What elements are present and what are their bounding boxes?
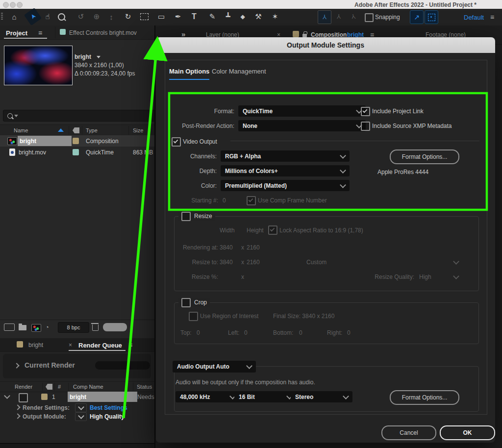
column-type[interactable]: Type bbox=[86, 128, 98, 133]
new-composition-icon[interactable] bbox=[31, 324, 41, 332]
snap-arrow-icon[interactable]: ↗ bbox=[410, 10, 424, 24]
include-project-link-checkbox[interactable] bbox=[361, 107, 370, 116]
rq-menu-icon[interactable]: ≡ bbox=[128, 342, 132, 348]
brush-tool-icon[interactable]: ✎ bbox=[206, 10, 219, 23]
expand-row-icon[interactable] bbox=[4, 393, 10, 399]
output-module-value[interactable]: High Quality bbox=[90, 414, 125, 420]
delete-icon[interactable] bbox=[92, 324, 99, 331]
resize-height[interactable]: 2160 bbox=[247, 259, 260, 265]
pen-tool-icon[interactable]: ✒ bbox=[172, 10, 184, 23]
project-search-input[interactable] bbox=[3, 110, 155, 122]
ok-button[interactable]: OK bbox=[440, 425, 495, 440]
video-format-options-button[interactable]: Format Options... bbox=[390, 149, 459, 164]
crop-top-value[interactable]: 0 bbox=[197, 330, 200, 336]
render-settings-value[interactable]: Best Settings bbox=[90, 405, 127, 411]
sort-ascending-icon[interactable] bbox=[58, 128, 64, 132]
audio-channels-dropdown[interactable]: Stereo bbox=[291, 391, 352, 402]
camera-tool-icon[interactable] bbox=[138, 10, 151, 23]
row-label-swatch[interactable] bbox=[73, 149, 79, 155]
rotation-tool-icon[interactable]: ↻ bbox=[122, 10, 134, 23]
row-name[interactable]: bright.mov bbox=[19, 149, 46, 155]
tab-render-queue[interactable]: Render Queue bbox=[78, 342, 122, 348]
view-axis-mode-icon[interactable]: Y bbox=[346, 10, 361, 23]
type-tool-icon[interactable]: T bbox=[188, 10, 201, 23]
color-depth-button[interactable]: 8 bpc bbox=[58, 322, 89, 333]
puppet-pin-tool-icon[interactable]: ✶ bbox=[269, 10, 281, 23]
crop-checkbox[interactable] bbox=[181, 298, 191, 307]
color-dropdown[interactable]: Premultiplied (Matted) bbox=[221, 180, 350, 191]
column-render[interactable]: Render bbox=[15, 384, 32, 390]
audio-format-options-button[interactable]: Format Options... bbox=[390, 390, 459, 405]
resize-quality-value[interactable]: High bbox=[419, 274, 431, 280]
tab-effect-controls[interactable]: Effect Controls bright.mov bbox=[69, 30, 137, 36]
chevron-right-icon[interactable] bbox=[14, 363, 19, 368]
composition-thumbnail[interactable] bbox=[4, 46, 73, 85]
post-render-action-dropdown[interactable]: None bbox=[238, 120, 366, 131]
interpret-footage-icon[interactable] bbox=[4, 324, 15, 331]
item-dropdown-icon[interactable] bbox=[97, 56, 100, 58]
audio-output-dropdown[interactable]: Audio Output Auto bbox=[173, 361, 256, 373]
toolbar-grip[interactable] bbox=[1, 13, 3, 21]
format-dropdown[interactable]: QuickTime bbox=[238, 105, 366, 117]
toggle-fx-icon[interactable]: ◔ bbox=[45, 324, 49, 331]
zoom-tool-icon[interactable] bbox=[55, 10, 68, 23]
tab-bright-close-icon[interactable]: × bbox=[69, 342, 72, 348]
render-settings-dropdown[interactable] bbox=[75, 403, 87, 412]
capture-region-icon[interactable] bbox=[425, 10, 438, 24]
home-icon[interactable]: ⌂ bbox=[8, 10, 21, 23]
label-column-icon[interactable] bbox=[46, 384, 52, 390]
row-label-swatch[interactable] bbox=[73, 138, 79, 144]
channels-dropdown[interactable]: RGB + Alpha bbox=[221, 150, 350, 162]
row-comp-name[interactable]: bright bbox=[68, 392, 137, 402]
snapping-checkbox[interactable] bbox=[365, 13, 374, 22]
selected-item-name[interactable]: bright bbox=[75, 54, 91, 60]
tab-bright[interactable]: bright bbox=[28, 342, 43, 348]
column-size[interactable]: Size bbox=[133, 128, 143, 133]
starting-number-value[interactable]: 0 bbox=[223, 198, 226, 203]
column-status[interactable]: Status bbox=[137, 384, 152, 390]
pan-tool-icon[interactable]: ⊕ bbox=[90, 10, 103, 23]
selection-tool-icon[interactable]: ➤ bbox=[24, 8, 42, 25]
roto-brush-tool-icon[interactable]: ⚒ bbox=[252, 10, 265, 23]
render-queue-row[interactable]: 1 bright Needs O bbox=[0, 391, 154, 402]
crop-bottom-value[interactable]: 0 bbox=[299, 330, 302, 336]
world-axis-mode-icon[interactable]: Y bbox=[332, 10, 345, 23]
cancel-button[interactable]: Cancel bbox=[381, 425, 436, 440]
window-zoom-button[interactable] bbox=[17, 2, 23, 8]
resize-preset-value[interactable]: Custom bbox=[306, 259, 326, 265]
resize-checkbox[interactable] bbox=[181, 212, 191, 221]
column-comp-name[interactable]: Comp Name bbox=[73, 384, 103, 390]
slider-thumb[interactable] bbox=[103, 323, 127, 331]
tab-project[interactable]: Project bbox=[6, 30, 27, 36]
project-panel-menu-icon[interactable]: ≡ bbox=[38, 29, 42, 36]
composition-color-swatch[interactable] bbox=[293, 31, 299, 37]
window-minimize-button[interactable] bbox=[10, 2, 16, 8]
crop-right-value[interactable]: 0 bbox=[347, 330, 351, 336]
column-name[interactable]: Name bbox=[14, 128, 28, 133]
render-row-checkbox[interactable] bbox=[19, 393, 28, 402]
clone-stamp-tool-icon[interactable]: ┻ bbox=[222, 10, 234, 23]
chevron-right-icon[interactable] bbox=[15, 413, 20, 419]
dolly-tool-icon[interactable]: ↕ bbox=[105, 10, 118, 23]
orbit-tool-icon[interactable]: ↺ bbox=[75, 10, 87, 23]
sample-rate-dropdown[interactable]: 48,000 kHz bbox=[176, 391, 239, 402]
row-label-swatch[interactable] bbox=[41, 394, 48, 400]
table-row[interactable]: bright.mov QuickTime 863 MB bbox=[0, 147, 154, 158]
eraser-tool-icon[interactable]: ◆ bbox=[236, 10, 249, 23]
output-module-dropdown[interactable] bbox=[75, 412, 87, 421]
chevron-right-icon[interactable] bbox=[15, 404, 20, 410]
rectangle-tool-icon[interactable]: ▭ bbox=[155, 10, 168, 23]
resize-width[interactable]: 3840 bbox=[220, 259, 233, 265]
local-axis-mode-icon[interactable]: Y bbox=[318, 10, 331, 24]
tab-main-options[interactable]: Main Options bbox=[169, 68, 209, 80]
table-row[interactable]: bright Composition bbox=[0, 135, 154, 147]
label-column-icon[interactable] bbox=[73, 127, 79, 133]
search-options-icon[interactable] bbox=[14, 115, 18, 117]
tab-color-management[interactable]: Color Management bbox=[212, 68, 266, 75]
column-number[interactable]: # bbox=[58, 384, 61, 390]
workspace-menu-icon[interactable]: ≡ bbox=[490, 14, 494, 21]
workspace-selector[interactable]: Default bbox=[464, 14, 484, 21]
window-close-button[interactable] bbox=[3, 2, 9, 8]
row-name-selected[interactable]: bright bbox=[18, 136, 72, 146]
depth-dropdown[interactable]: Millions of Colors+ bbox=[221, 165, 350, 176]
